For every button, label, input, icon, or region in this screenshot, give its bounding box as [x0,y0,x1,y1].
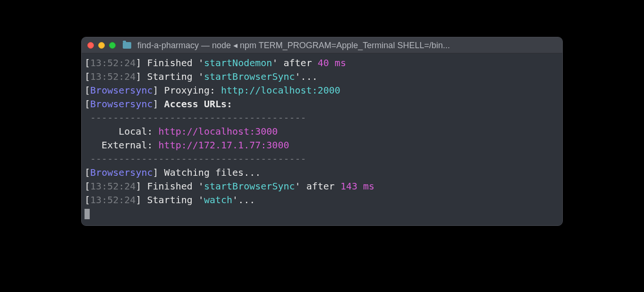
timestamp: 13:52:24 [90,57,136,69]
log-text: Proxying: [159,85,221,96]
task-name: watch [204,194,232,206]
timestamp: 13:52:24 [90,71,136,82]
url: http://localhost:2000 [221,85,340,96]
url: http://172.17.1.77:3000 [159,139,289,151]
task-name: startNodemon [204,57,272,69]
terminal-window: find-a-pharmacy — node ◂ npm TERM_PROGRA… [81,37,563,226]
url-label: Local: [85,126,159,137]
timestamp: 13:52:24 [90,194,136,206]
log-text: '... [295,71,318,82]
terminal-output[interactable]: [13:52:24] Finished 'startNodemon' after… [82,53,562,225]
log-text: Starting ' [147,71,203,82]
browsersync-tag: Browsersync [90,167,153,178]
browsersync-tag: Browsersync [90,85,153,96]
divider: -------------------------------------- [85,153,306,164]
divider: -------------------------------------- [85,112,306,123]
log-text: ' after [295,180,340,192]
minimize-button[interactable] [98,42,105,49]
log-text: Finished ' [147,57,203,69]
timestamp: 13:52:24 [90,180,136,192]
folder-icon [123,42,131,49]
duration: 40 ms [318,57,346,69]
browsersync-tag: Browsersync [90,98,153,110]
log-text: Starting ' [147,194,203,206]
task-name: startBrowserSync [204,71,295,82]
cursor [85,209,90,219]
log-text: Finished ' [147,180,203,192]
log-text: ' after [272,57,317,69]
maximize-button[interactable] [109,42,116,49]
window-title: find-a-pharmacy — node ◂ npm TERM_PROGRA… [137,40,450,51]
log-text: Access URLs: [159,98,233,110]
log-text: Watching files... [159,167,261,178]
url: http://localhost:3000 [159,126,278,137]
titlebar[interactable]: find-a-pharmacy — node ◂ npm TERM_PROGRA… [82,37,562,53]
close-button[interactable] [87,42,94,49]
url-label: External: [85,139,159,151]
task-name: startBrowserSync [204,180,295,192]
duration: 143 ms [340,180,374,192]
log-text: '... [232,194,255,206]
